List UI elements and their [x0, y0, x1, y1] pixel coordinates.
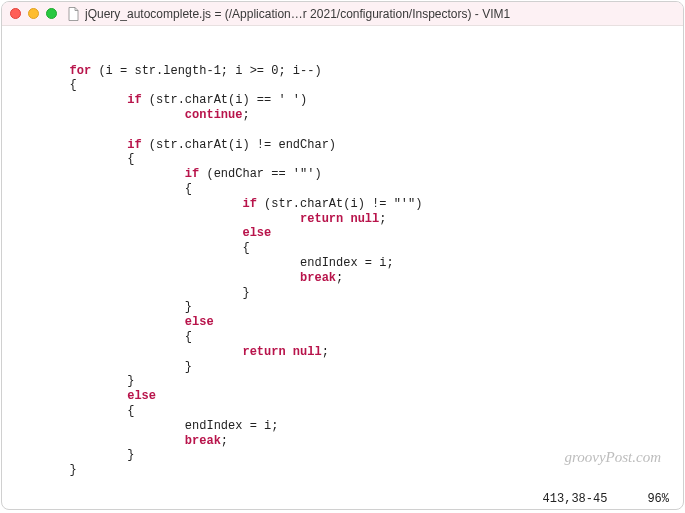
minimize-icon[interactable] — [28, 8, 39, 19]
close-icon[interactable] — [10, 8, 21, 19]
window-title: jQuery_autocomplete.js = (/Application…r… — [85, 7, 675, 21]
document-icon — [67, 7, 80, 21]
editor-area[interactable]: for (i = str.length-1; i >= 0; i--) { if… — [2, 26, 683, 491]
traffic-lights — [10, 8, 57, 19]
status-bar: 413,38-45 96% — [2, 491, 683, 509]
scroll-percent: 96% — [647, 492, 669, 506]
zoom-icon[interactable] — [46, 8, 57, 19]
code-content: for (i = str.length-1; i >= 0; i--) { if… — [2, 64, 683, 491]
titlebar[interactable]: jQuery_autocomplete.js = (/Application…r… — [2, 2, 683, 26]
vim-window: jQuery_autocomplete.js = (/Application…r… — [1, 1, 684, 510]
cursor-position: 413,38-45 — [543, 492, 608, 506]
